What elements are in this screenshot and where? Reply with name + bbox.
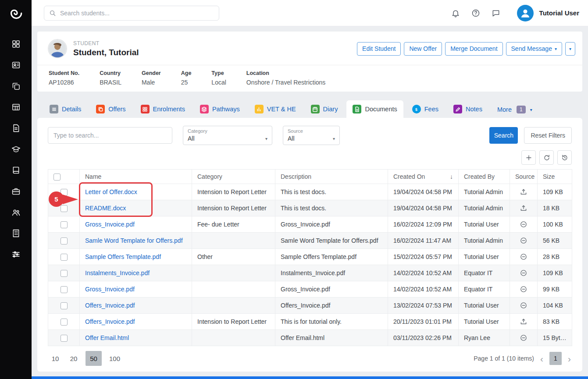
column-header-created-on[interactable]: Created On↓ (388, 170, 459, 184)
tab-vet-he[interactable]: VET & HE (249, 100, 302, 118)
sidebar-item-courses[interactable] (11, 145, 21, 154)
created-by-cell: Tutorial Admin (459, 200, 510, 216)
document-link[interactable]: Offers_Invoice.pdf (85, 302, 135, 309)
chevron-down-icon: ▾ (555, 46, 557, 51)
row-checkbox[interactable] (61, 254, 68, 261)
tab-offers[interactable]: Offers (90, 100, 132, 118)
row-checkbox[interactable] (61, 335, 68, 342)
document-link[interactable]: README.docx (85, 205, 126, 212)
sidebar-item-subjects[interactable] (11, 166, 21, 175)
tab-fees[interactable]: $Fees (406, 100, 445, 118)
chevron-left-icon[interactable]: ‹ (540, 354, 543, 363)
info-value: 25 (181, 79, 192, 86)
document-link[interactable]: Gross_Invoice.pdf (85, 286, 135, 293)
add-document-button[interactable] (521, 150, 536, 165)
source-select-value: All (288, 135, 295, 142)
help-icon[interactable] (471, 9, 480, 18)
sidebar-item-employers[interactable] (11, 187, 21, 196)
notifications-bell-icon[interactable] (451, 9, 460, 18)
column-header-created-by[interactable]: Created By (459, 170, 510, 184)
source-select[interactable]: Source All ▾ (283, 126, 340, 145)
document-link[interactable]: Gross_Invoice.pdf (85, 221, 135, 228)
row-checkbox[interactable] (61, 237, 68, 244)
chevron-right-icon[interactable]: › (568, 354, 571, 363)
column-header-source[interactable]: Source (510, 170, 538, 184)
sidebar-item-dashboard[interactable] (11, 39, 21, 49)
table-row: Letter of Offer.docx Intension to Report… (48, 184, 572, 200)
category-cell (192, 298, 275, 314)
document-link[interactable]: Offers_Invoice.pdf (85, 318, 135, 325)
chat-icon[interactable] (492, 9, 500, 18)
info-label: Type (211, 70, 226, 76)
page-size-20[interactable]: 20 (67, 351, 80, 366)
document-link[interactable]: Instalments_Invoice.pdf (85, 269, 150, 276)
row-checkbox[interactable] (61, 319, 68, 326)
row-checkbox[interactable] (61, 205, 68, 212)
tab-enrolments[interactable]: Enrolments (135, 100, 191, 118)
user-avatar-icon (517, 5, 534, 21)
sidebar-item-students[interactable] (11, 60, 21, 70)
page-size-10[interactable]: 10 (49, 351, 62, 366)
document-link[interactable]: Samle Word Template for Offers.pdf (85, 237, 183, 244)
category-cell: Intension to Report Letter (192, 200, 275, 216)
page-size-selector: 102050100 (49, 351, 122, 366)
description-cell: Offers_Invoice.pdf (275, 298, 388, 314)
sidebar-item-enrolments[interactable] (11, 103, 21, 112)
category-cell (192, 265, 275, 281)
row-checkbox[interactable] (61, 286, 68, 293)
chevron-down-icon: ▾ (530, 107, 532, 112)
row-checkbox[interactable] (61, 302, 68, 309)
created-by-cell: Tutorial User (459, 314, 510, 330)
sidebar-item-invoices[interactable] (11, 124, 21, 133)
refresh-button[interactable] (539, 150, 554, 165)
page-size-100[interactable]: 100 (107, 351, 122, 366)
user-menu[interactable]: Tutorial User (517, 5, 579, 21)
size-cell: 104 KB (538, 298, 572, 314)
student-search-input[interactable] (60, 10, 214, 17)
sidebar-item-organisations[interactable] (11, 229, 21, 238)
source-cell (510, 281, 538, 298)
documents-search-input[interactable] (48, 127, 172, 144)
page-size-50[interactable]: 50 (86, 351, 102, 366)
link-icon (520, 301, 527, 309)
sidebar-item-offers[interactable] (11, 81, 21, 91)
tab-documents[interactable]: Documents (346, 100, 403, 118)
filter-actions: Search Reset Filters (489, 127, 572, 144)
table-row: Offers_Invoice.pdf Intension to Report L… (48, 314, 572, 330)
info-value: Male (142, 79, 161, 86)
category-cell (192, 281, 275, 298)
briefcase-icon (11, 187, 21, 196)
search-button[interactable]: Search (489, 127, 518, 144)
document-link[interactable]: Letter of Offer.docx (85, 188, 137, 195)
source-cell (510, 265, 538, 281)
created-on-cell: 14/02/2024 10:52 AM (388, 281, 459, 298)
column-header-category[interactable]: Category (192, 170, 275, 184)
tab-more[interactable]: More1▾ (491, 101, 538, 118)
category-select[interactable]: Category All ▾ (183, 126, 272, 145)
column-header-description[interactable]: Description (275, 170, 388, 184)
document-link[interactable]: Offer Email.html (85, 334, 129, 341)
tab-notes[interactable]: Notes (447, 100, 488, 118)
app-logo[interactable] (0, 0, 32, 26)
tab-pathways[interactable]: Pathways (194, 100, 246, 118)
more-actions-button[interactable]: ▾ (565, 42, 575, 56)
new-offer-button[interactable]: New Offer (404, 42, 442, 56)
tab-details[interactable]: Details (43, 100, 87, 118)
reset-filters-button[interactable]: Reset Filters (524, 127, 572, 144)
select-all-checkbox[interactable] (53, 174, 61, 181)
tab-diary[interactable]: Diary (305, 100, 344, 118)
document-link[interactable]: Sample Offers Template.pdf (85, 253, 161, 260)
column-header-name[interactable]: Name (80, 170, 192, 184)
send-message-button[interactable]: Send Message ▾ (506, 42, 562, 56)
row-checkbox[interactable] (61, 221, 68, 228)
merge-document-button[interactable]: Merge Document (445, 42, 502, 56)
info-age: Age 25 (181, 70, 192, 86)
history-button[interactable] (557, 150, 572, 165)
sidebar-item-agents[interactable] (11, 208, 21, 217)
current-page-button[interactable]: 1 (549, 352, 562, 365)
row-checkbox[interactable] (61, 270, 68, 277)
sidebar-item-settings[interactable] (11, 250, 21, 259)
column-header-size[interactable]: Size (538, 170, 572, 184)
app-root: Tutorial User STUDENT Student, Tutorial (0, 0, 588, 379)
edit-student-button[interactable]: Edit Student (357, 42, 401, 56)
